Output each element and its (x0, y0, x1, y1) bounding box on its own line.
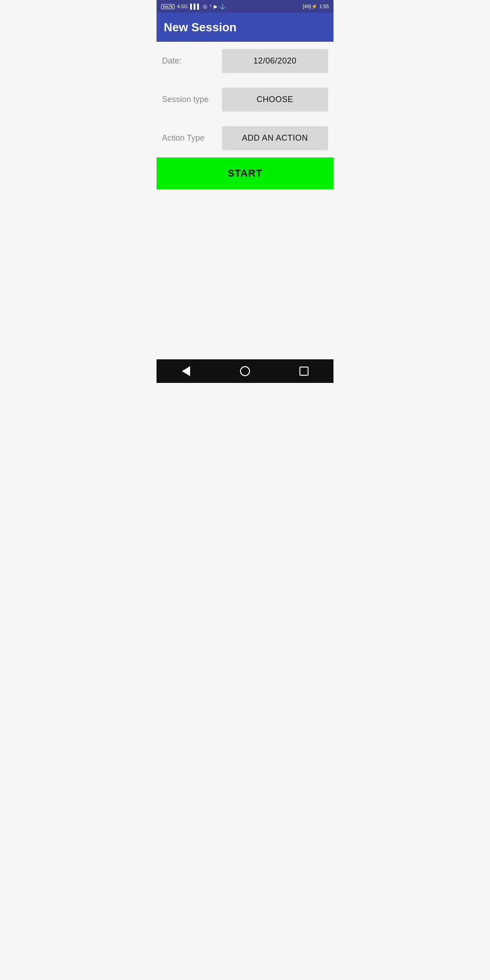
time-display: 1:55 (319, 4, 329, 9)
date-row: Date: 12/06/2020 (157, 42, 333, 80)
date-field[interactable]: 12/06/2020 (222, 49, 328, 73)
usb-icon: ⚓ (220, 4, 226, 10)
notification-badge: ¹ (210, 4, 211, 9)
battery-icon: [49]⚡ (303, 4, 317, 10)
volte-badge: VoLTE (161, 4, 175, 9)
signal-bars-icon: ▌▌▌ (190, 4, 201, 9)
nav-bar (157, 359, 333, 383)
recents-button[interactable] (290, 362, 318, 380)
action-type-row: Action Type ADD AN ACTION (157, 119, 333, 157)
battery-level: 49 (304, 4, 309, 9)
session-type-label: Session type (162, 95, 216, 104)
action-type-label: Action Type (162, 133, 216, 143)
status-left: VoLTE 4.5G ▌▌▌ ◎ ¹ ▶ ⚓ (161, 4, 226, 10)
session-type-button[interactable]: CHOOSE (222, 88, 328, 112)
back-button[interactable] (172, 362, 200, 380)
cast-icon: ◎ (203, 4, 207, 10)
recents-icon (299, 367, 309, 376)
session-type-row: Session type CHOOSE (157, 80, 333, 119)
start-button[interactable]: START (157, 157, 333, 189)
home-button[interactable] (231, 362, 259, 380)
page-title: New Session (164, 20, 236, 34)
app-bar: New Session (157, 13, 333, 42)
action-type-button[interactable]: ADD AN ACTION (222, 126, 328, 150)
content-area: Date: 12/06/2020 Session type CHOOSE Act… (157, 42, 333, 359)
status-bar: VoLTE 4.5G ▌▌▌ ◎ ¹ ▶ ⚓ [49]⚡ 1:55 (157, 0, 333, 13)
date-label: Date: (162, 56, 216, 66)
signal-strength-label: 4.5G (177, 4, 188, 9)
back-icon (182, 366, 190, 376)
status-right: [49]⚡ 1:55 (303, 4, 329, 10)
youtube-icon: ▶ (214, 4, 217, 10)
home-icon (240, 366, 250, 376)
